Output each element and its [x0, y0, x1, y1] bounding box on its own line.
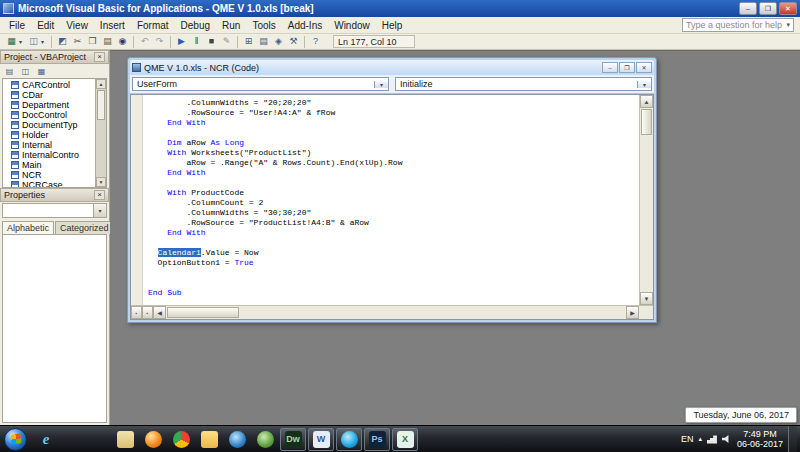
tree-item-cdar[interactable]: CDar	[11, 90, 95, 100]
horizontal-scrollbar[interactable]: ▪ ▪ ◀ ▶	[131, 305, 653, 319]
scroll-up-icon[interactable]: ▲	[96, 79, 106, 89]
sticky-note-icon[interactable]	[112, 428, 138, 451]
menu-run[interactable]: Run	[216, 19, 246, 32]
design-mode-icon[interactable]: ✎	[219, 35, 234, 48]
show-desktop-button[interactable]	[788, 426, 797, 452]
menu-debug[interactable]: Debug	[175, 19, 216, 32]
scroll-left-icon[interactable]: ◀	[153, 306, 166, 319]
scroll-up-icon[interactable]: ▲	[640, 95, 653, 108]
child-minimize-button[interactable]: –	[602, 62, 618, 73]
view-excel-icon-dropdown[interactable]: ▾	[19, 38, 26, 45]
language-indicator[interactable]: EN	[681, 434, 694, 444]
help-icon[interactable]: ?	[308, 35, 323, 48]
insert-userform-icon-dropdown[interactable]: ▾	[41, 38, 48, 45]
scroll-right-icon[interactable]: ▶	[626, 306, 639, 319]
word-icon[interactable]: W	[308, 428, 334, 451]
network-icon[interactable]	[707, 435, 717, 444]
chevron-down-icon[interactable]: ▾	[93, 204, 106, 217]
procedure-dropdown[interactable]: Initialize ▾	[395, 77, 652, 91]
maximize-button[interactable]: ❐	[759, 2, 777, 15]
scroll-down-icon[interactable]: ▼	[640, 292, 653, 305]
project-panel-close-icon[interactable]: ×	[94, 52, 105, 62]
menu-file[interactable]: File	[3, 19, 31, 32]
tree-item-internal[interactable]: Internal	[11, 140, 95, 150]
child-close-button[interactable]: ✕	[636, 62, 652, 73]
scrollbar-track[interactable]	[640, 136, 653, 292]
vertical-scrollbar[interactable]: ▲ ▼	[639, 95, 653, 305]
photoshop-icon[interactable]: Ps	[364, 428, 390, 451]
properties-list[interactable]	[2, 234, 107, 423]
reset-icon[interactable]: ■	[204, 35, 219, 48]
taskbar-clock[interactable]: 7:49 PM 06-06-2017	[737, 429, 783, 449]
object-browser-icon[interactable]: ◈	[271, 35, 286, 48]
properties-object-combo[interactable]: ▾	[2, 203, 107, 218]
toggle-folders-icon[interactable]: ▦	[35, 65, 48, 77]
scroll-down-icon[interactable]: ▼	[96, 177, 106, 187]
child-restore-button[interactable]: ❐	[619, 62, 635, 73]
scrollbar-thumb[interactable]	[641, 109, 652, 135]
tab-categorized[interactable]: Categorized	[55, 221, 114, 234]
folder-icon[interactable]	[196, 428, 222, 451]
menu-insert[interactable]: Insert	[94, 19, 131, 32]
hidden-icons-button[interactable]: ▴	[698, 435, 702, 443]
scrollbar-thumb[interactable]	[167, 307, 239, 318]
menu-view[interactable]: View	[60, 19, 94, 32]
menu-help[interactable]: Help	[376, 19, 409, 32]
tree-item-main[interactable]: Main	[11, 160, 95, 170]
internet-explorer-icon[interactable]: e	[33, 428, 59, 451]
properties-panel-close-icon[interactable]: ×	[94, 190, 105, 200]
insert-userform-icon[interactable]: ◫	[26, 35, 41, 48]
menu-tools[interactable]: Tools	[246, 19, 281, 32]
tab-alphabetic[interactable]: Alphabetic	[2, 221, 54, 234]
find-icon[interactable]: ◉	[115, 35, 130, 48]
chevron-down-icon[interactable]: ▾	[374, 81, 388, 88]
messenger-icon[interactable]	[252, 428, 278, 451]
toolbox-icon[interactable]: ⚒	[286, 35, 301, 48]
tree-item-carcontrol[interactable]: CARControl	[11, 80, 95, 90]
properties-window-icon[interactable]: ▤	[256, 35, 271, 48]
scrollbar-track[interactable]	[240, 306, 626, 319]
chrome-icon[interactable]	[168, 428, 194, 451]
copy-icon[interactable]: ❐	[85, 35, 100, 48]
question-box[interactable]: Type a question for help ▾	[682, 18, 794, 32]
tree-item-documenttyp[interactable]: DocumentTyp	[11, 120, 95, 130]
volume-icon[interactable]	[722, 435, 732, 444]
scrollbar-thumb[interactable]	[97, 90, 105, 120]
menu-addins[interactable]: Add-Ins	[282, 19, 328, 32]
menu-edit[interactable]: Edit	[31, 19, 60, 32]
view-code-icon[interactable]: ▤	[3, 65, 16, 77]
chevron-down-icon[interactable]: ▾	[637, 81, 651, 88]
skype-icon[interactable]	[336, 428, 362, 451]
firefox-icon[interactable]	[140, 428, 166, 451]
tree-item-department[interactable]: Department	[11, 100, 95, 110]
dreamweaver-icon[interactable]: Dw	[280, 428, 306, 451]
tree-item-doccontrol[interactable]: DocControl	[11, 110, 95, 120]
excel-icon[interactable]: X	[392, 428, 418, 451]
project-tree-scrollbar[interactable]: ▲ ▼	[95, 79, 106, 187]
redo-icon[interactable]: ↷	[152, 35, 167, 48]
undo-icon[interactable]: ↶	[137, 35, 152, 48]
tree-item-ncrcase[interactable]: NCRCase	[11, 180, 95, 187]
run-icon[interactable]: ▶	[174, 35, 189, 48]
menu-format[interactable]: Format	[131, 19, 175, 32]
media-player-icon[interactable]	[224, 428, 250, 451]
menu-window[interactable]: Window	[328, 19, 376, 32]
tree-item-ncr[interactable]: NCR	[11, 170, 95, 180]
break-icon[interactable]: ‖	[189, 35, 204, 48]
save-icon[interactable]: ◩	[55, 35, 70, 48]
start-button[interactable]	[4, 428, 27, 451]
close-button[interactable]: ✕	[779, 2, 797, 15]
object-dropdown[interactable]: UserForm ▾	[132, 77, 389, 91]
cut-icon[interactable]: ✂	[70, 35, 85, 48]
tree-item-internalcontro[interactable]: InternalContro	[11, 150, 95, 160]
view-excel-icon[interactable]: ▦	[4, 35, 19, 48]
scrollbar-track[interactable]	[96, 121, 106, 177]
code-window-titlebar[interactable]: QME V 1.0.xls - NCR (Code) – ❐ ✕	[130, 60, 654, 75]
paste-icon[interactable]: ▤	[100, 35, 115, 48]
procedure-view-button[interactable]: ▪	[131, 306, 142, 319]
project-explorer-icon[interactable]: ⊞	[241, 35, 256, 48]
view-object-icon[interactable]: ◫	[19, 65, 32, 77]
full-module-view-button[interactable]: ▪	[142, 306, 153, 319]
tree-item-holder[interactable]: Holder	[11, 130, 95, 140]
minimize-button[interactable]: –	[739, 2, 757, 15]
